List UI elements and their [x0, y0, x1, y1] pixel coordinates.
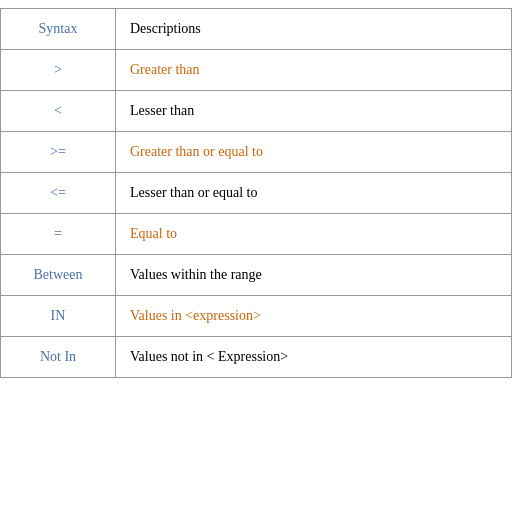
syntax-cell: <= — [1, 173, 116, 213]
table-row: > Greater than — [1, 50, 511, 91]
desc-value: Lesser than — [130, 103, 194, 119]
syntax-value: IN — [51, 308, 66, 324]
desc-cell: Values in <expression> — [116, 296, 511, 336]
syntax-cell: >= — [1, 132, 116, 172]
table-row: Syntax Descriptions — [1, 9, 511, 50]
syntax-table: Syntax Descriptions > Greater than < Les… — [0, 8, 512, 378]
syntax-cell: = — [1, 214, 116, 254]
table-row: = Equal to — [1, 214, 511, 255]
desc-cell: Greater than — [116, 50, 511, 90]
syntax-value: Between — [34, 267, 83, 283]
desc-value: Values within the range — [130, 267, 262, 283]
desc-value: Lesser than or equal to — [130, 185, 258, 201]
syntax-value: > — [54, 62, 62, 78]
table-row: Not In Values not in < Expression> — [1, 337, 511, 377]
header-desc-cell: Descriptions — [116, 9, 511, 49]
header-syntax-cell: Syntax — [1, 9, 116, 49]
desc-cell: Lesser than — [116, 91, 511, 131]
header-syntax-label: Syntax — [39, 21, 78, 37]
syntax-cell: IN — [1, 296, 116, 336]
desc-value: Greater than — [130, 62, 200, 78]
syntax-cell: < — [1, 91, 116, 131]
syntax-value: Not In — [40, 349, 76, 365]
table-row: < Lesser than — [1, 91, 511, 132]
syntax-cell: Between — [1, 255, 116, 295]
desc-cell: Equal to — [116, 214, 511, 254]
table-row: Between Values within the range — [1, 255, 511, 296]
table-row: IN Values in <expression> — [1, 296, 511, 337]
desc-value: Greater than or equal to — [130, 144, 263, 160]
desc-value: Values not in < Expression> — [130, 349, 288, 365]
header-desc-label: Descriptions — [130, 21, 201, 37]
syntax-value: < — [54, 103, 62, 119]
syntax-cell: > — [1, 50, 116, 90]
table-row: >= Greater than or equal to — [1, 132, 511, 173]
desc-value: Values in <expression> — [130, 308, 261, 324]
desc-cell: Lesser than or equal to — [116, 173, 511, 213]
desc-cell: Greater than or equal to — [116, 132, 511, 172]
table-row: <= Lesser than or equal to — [1, 173, 511, 214]
desc-cell: Values within the range — [116, 255, 511, 295]
syntax-value: <= — [50, 185, 66, 201]
syntax-value: >= — [50, 144, 66, 160]
desc-cell: Values not in < Expression> — [116, 337, 511, 377]
syntax-value: = — [54, 226, 62, 242]
syntax-cell: Not In — [1, 337, 116, 377]
desc-value: Equal to — [130, 226, 177, 242]
